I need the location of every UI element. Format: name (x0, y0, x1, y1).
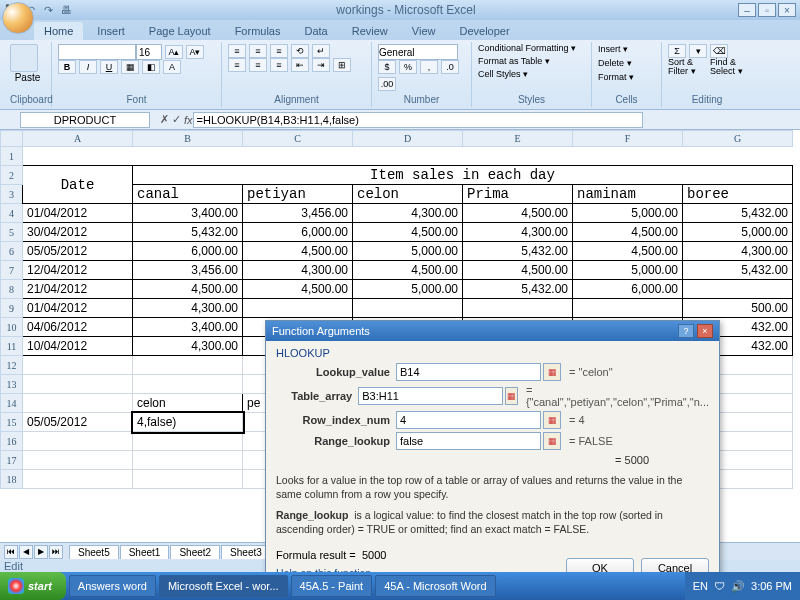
align-top-icon[interactable]: ≡ (228, 44, 246, 58)
close-button[interactable]: × (778, 3, 796, 17)
font-color-button[interactable]: A (163, 60, 181, 74)
number-format-select[interactable] (378, 44, 458, 60)
minimize-button[interactable]: – (738, 3, 756, 17)
underline-button[interactable]: U (100, 60, 118, 74)
autosum-icon[interactable]: Σ (668, 44, 686, 58)
col-B[interactable]: B (133, 131, 243, 147)
tab-review[interactable]: Review (342, 22, 398, 40)
col-G[interactable]: G (683, 131, 793, 147)
tab-developer[interactable]: Developer (449, 22, 519, 40)
lookup-value-input[interactable] (396, 363, 541, 381)
col-D[interactable]: D (353, 131, 463, 147)
align-mid-icon[interactable]: ≡ (249, 44, 267, 58)
merge-icon[interactable]: ⊞ (333, 58, 351, 72)
indent-inc-icon[interactable]: ⇥ (312, 58, 330, 72)
dialog-help-icon[interactable]: ? (678, 324, 694, 338)
align-center-icon[interactable]: ≡ (249, 58, 267, 72)
clear-icon[interactable]: ⌫ (710, 44, 728, 58)
align-left-icon[interactable]: ≡ (228, 58, 246, 72)
wrap-text-icon[interactable]: ↵ (312, 44, 330, 58)
currency-icon[interactable]: $ (378, 60, 396, 74)
find-select-button[interactable]: Find & Select ▾ (710, 58, 746, 76)
taskbar-item[interactable]: Answers word (69, 575, 156, 597)
inc-dec-icon[interactable]: .0 (441, 60, 459, 74)
font-name-input[interactable] (58, 44, 136, 60)
fill-icon[interactable]: ▾ (689, 44, 707, 58)
tab-home[interactable]: Home (34, 22, 83, 40)
dec-dec-icon[interactable]: .00 (378, 77, 396, 91)
prev-sheet-icon[interactable]: ◀ (19, 545, 33, 559)
percent-icon[interactable]: % (399, 60, 417, 74)
col-A[interactable]: A (23, 131, 133, 147)
next-sheet-icon[interactable]: ▶ (34, 545, 48, 559)
tab-page-layout[interactable]: Page Layout (139, 22, 221, 40)
enter-formula-icon[interactable]: ✓ (172, 113, 181, 126)
format-table-button[interactable]: Format as Table ▾ (478, 57, 550, 67)
group-editing: Editing (668, 94, 746, 105)
system-tray[interactable]: EN 🛡 🔊 3:06 PM (685, 572, 800, 600)
maximize-button[interactable]: ▫ (758, 3, 776, 17)
start-button[interactable]: start (0, 572, 66, 600)
tab-data[interactable]: Data (294, 22, 337, 40)
clock[interactable]: 3:06 PM (751, 580, 792, 592)
formula-bar: DPRODUCT ✗ ✓ fx (0, 110, 800, 130)
last-sheet-icon[interactable]: ⏭ (49, 545, 63, 559)
cell-styles-button[interactable]: Cell Styles ▾ (478, 70, 528, 80)
col-F[interactable]: F (573, 131, 683, 147)
taskbar-item[interactable]: 45A.5 - Paint (291, 575, 373, 597)
align-bot-icon[interactable]: ≡ (270, 44, 288, 58)
col-C[interactable]: C (243, 131, 353, 147)
insert-cells-button[interactable]: Insert ▾ (598, 44, 628, 55)
bold-button[interactable]: B (58, 60, 76, 74)
sort-filter-button[interactable]: Sort & Filter ▾ (668, 58, 704, 76)
table-array-input[interactable] (358, 387, 503, 405)
grow-font-icon[interactable]: A▴ (165, 45, 183, 59)
active-cell[interactable]: 4,false) (133, 413, 243, 432)
office-button[interactable] (2, 2, 34, 34)
range-picker-icon[interactable]: ▦ (543, 432, 561, 450)
font-size-input[interactable] (136, 44, 162, 60)
sheet-tab[interactable]: Sheet1 (120, 545, 170, 559)
select-all[interactable] (1, 131, 23, 147)
indent-dec-icon[interactable]: ⇤ (291, 58, 309, 72)
italic-button[interactable]: I (79, 60, 97, 74)
sheet-tab[interactable]: Sheet2 (170, 545, 220, 559)
col-E[interactable]: E (463, 131, 573, 147)
language-indicator[interactable]: EN (693, 580, 708, 592)
orientation-icon[interactable]: ⟲ (291, 44, 309, 58)
range-picker-icon[interactable]: ▦ (505, 387, 518, 405)
delete-cells-button[interactable]: Delete ▾ (598, 58, 632, 69)
dialog-close-icon[interactable]: × (697, 324, 713, 338)
row-index-input[interactable] (396, 411, 541, 429)
redo-icon[interactable]: ↷ (40, 2, 56, 18)
fill-color-button[interactable]: ◧ (142, 60, 160, 74)
range-picker-icon[interactable]: ▦ (543, 363, 561, 381)
cancel-formula-icon[interactable]: ✗ (160, 113, 169, 126)
title-cell[interactable]: Item sales in each day (133, 166, 793, 185)
name-box[interactable]: DPRODUCT (20, 112, 150, 128)
tab-insert[interactable]: Insert (87, 22, 135, 40)
range-picker-icon[interactable]: ▦ (543, 411, 561, 429)
sheet-tab[interactable]: Sheet3 (221, 545, 271, 559)
cond-format-button[interactable]: Conditional Formatting ▾ (478, 44, 576, 54)
sheet-tab[interactable]: Sheet5 (69, 545, 119, 559)
first-sheet-icon[interactable]: ⏮ (4, 545, 18, 559)
dialog-titlebar[interactable]: Function Arguments ? × (266, 321, 719, 341)
taskbar-item[interactable]: Microsoft Excel - wor... (159, 575, 288, 597)
date-header[interactable]: Date (23, 166, 133, 204)
tab-view[interactable]: View (402, 22, 446, 40)
shrink-font-icon[interactable]: A▾ (186, 45, 204, 59)
tray-icon[interactable]: 🛡 (714, 580, 725, 592)
print-icon[interactable]: 🖶 (58, 2, 74, 18)
paste-icon[interactable] (10, 44, 38, 72)
range-lookup-input[interactable] (396, 432, 541, 450)
tray-icon[interactable]: 🔊 (731, 580, 745, 593)
format-cells-button[interactable]: Format ▾ (598, 72, 634, 83)
tab-formulas[interactable]: Formulas (225, 22, 291, 40)
fx-icon[interactable]: fx (184, 114, 193, 126)
align-right-icon[interactable]: ≡ (270, 58, 288, 72)
comma-icon[interactable]: , (420, 60, 438, 74)
taskbar-item[interactable]: 45A - Microsoft Word (375, 575, 496, 597)
formula-input[interactable] (193, 112, 643, 128)
border-button[interactable]: ▦ (121, 60, 139, 74)
